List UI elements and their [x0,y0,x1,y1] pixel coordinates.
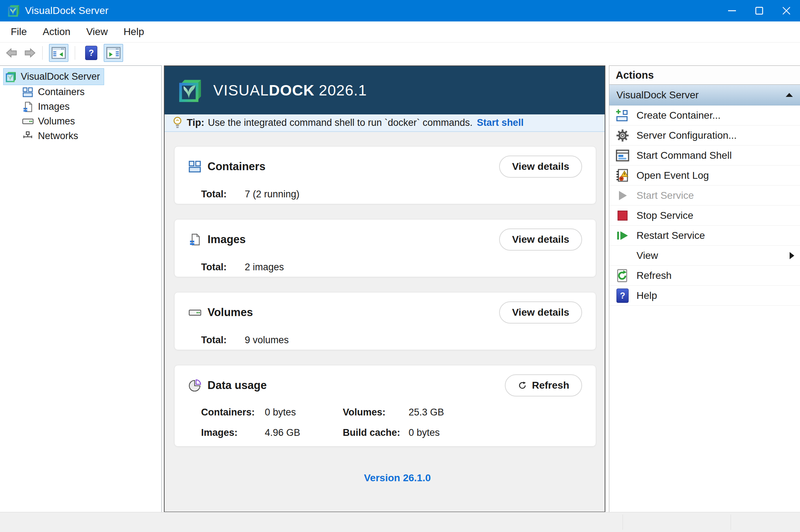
minimize-button[interactable] [718,0,746,21]
menu-view[interactable]: View [78,23,116,40]
card-title: Data usage [208,379,267,392]
action-view[interactable]: View [609,246,800,266]
volumes-total: Total:9 volumes [201,335,582,346]
stop-square-icon [614,207,631,224]
window-title: VisualDock Server [25,5,108,16]
images-icon [188,233,202,246]
results-panel: VISUALDOCK2026.1 Tip: Use the integrated… [164,65,605,512]
back-button[interactable] [4,47,19,59]
status-bar [0,512,800,532]
action-start-command-shell[interactable]: Start Command Shell [609,146,800,166]
titlebar: VisualDock Server [0,0,800,21]
du-label: Containers: [201,407,265,418]
close-button[interactable] [773,0,800,21]
blank-icon [614,247,631,264]
start-play-icon [614,187,631,204]
action-stop-service[interactable]: Stop Service [609,206,800,226]
containers-icon [188,160,202,173]
networks-icon [22,130,34,142]
containers-total: Total:7 (2 running) [201,189,582,200]
status-bar-divider [731,514,731,530]
action-restart-service[interactable]: Restart Service [609,226,800,246]
menu-help[interactable]: Help [116,23,152,40]
du-label: Build cache: [343,427,409,438]
show-action-pane-button[interactable] [104,44,123,62]
app-logo-icon [5,71,16,83]
refresh-arrows-icon [518,381,527,390]
menu-bar: File Action View Help [0,21,800,42]
du-label: Volumes: [343,407,409,418]
containers-icon [22,87,34,98]
menu-action[interactable]: Action [35,23,78,40]
volumes-icon [22,116,34,127]
submenu-arrow-icon [790,252,794,259]
toolbar: ? [0,42,800,63]
back-icon [4,47,19,59]
tree-item-containers[interactable]: Containers [22,85,161,99]
du-value: 4.96 GB [265,427,343,438]
create-container-icon [614,107,631,124]
card-title: Volumes [208,306,253,319]
app-logo-icon [177,78,203,103]
tree-item-images[interactable]: Images [22,99,161,114]
console-tree-panel: VisualDock Server Containers Images Volu… [0,65,162,512]
du-value: 25.3 GB [409,407,582,418]
data-usage-card: Data usage Refresh Containers: 0 bytes V… [174,365,596,447]
images-view-details-button[interactable]: View details [499,228,582,251]
toolbar-separator [75,46,75,60]
maximize-icon [755,7,763,15]
tree-item-networks[interactable]: Networks [22,129,161,143]
data-usage-refresh-button[interactable]: Refresh [505,374,582,396]
volumes-icon [188,306,202,319]
refresh-icon [614,267,631,284]
pie-chart-icon [188,379,202,392]
forward-button[interactable] [23,47,37,59]
action-open-event-log[interactable]: Open Event Log [609,166,800,186]
tree-item-volumes[interactable]: Volumes [22,114,161,129]
card-title: Containers [208,160,265,173]
containers-view-details-button[interactable]: View details [499,156,582,178]
volumes-view-details-button[interactable]: View details [499,301,582,324]
toolbar-help-button[interactable]: ? [82,44,101,62]
actions-group-header[interactable]: VisualDock Server [609,85,800,105]
workspace: VisualDock Server Containers Images Volu… [0,63,800,512]
version-label: Version 26.1.0 [364,472,431,484]
tip-label: Tip: [187,117,204,128]
start-shell-link[interactable]: Start shell [477,117,524,128]
lightbulb-icon [172,117,182,129]
summary-cards: Containers View details Total:7 (2 runni… [165,132,605,447]
du-label: Images: [201,427,265,438]
brand-banner: VISUALDOCK2026.1 [165,66,605,114]
actions-panel: Actions VisualDock Server Create Contain… [609,65,800,512]
help-icon: ? [616,289,629,303]
card-title: Images [208,233,246,246]
action-create-container[interactable]: Create Container... [609,105,800,125]
action-help[interactable]: ? Help [609,286,800,306]
app-logo-icon [7,4,20,17]
action-server-configuration[interactable]: Server Configuration... [609,125,800,146]
console-tree-toggle-icon [52,47,66,59]
images-card: Images View details Total:2 images [174,219,596,277]
action-start-service[interactable]: Start Service [609,186,800,206]
du-value: 0 bytes [265,407,343,418]
event-log-icon [614,167,631,184]
actions-pane-title: Actions [609,66,800,85]
du-value: 0 bytes [409,427,582,438]
action-pane-toggle-icon [106,47,121,59]
maximize-button[interactable] [746,0,773,21]
action-refresh[interactable]: Refresh [609,266,800,286]
gear-icon [614,127,631,144]
toolbar-separator [42,46,43,60]
close-icon [782,6,791,15]
images-icon [22,101,34,113]
restart-icon [614,227,631,244]
show-console-tree-button[interactable] [49,44,68,62]
forward-icon [23,47,37,59]
data-usage-grid: Containers: 0 bytes Volumes: 25.3 GB Ima… [201,407,582,438]
tree-item-visualdock-server[interactable]: VisualDock Server [4,69,104,85]
volumes-card: Volumes View details Total:9 volumes [174,292,596,350]
status-bar-divider [623,514,623,530]
command-shell-icon [614,147,631,164]
menu-file[interactable]: File [3,23,35,40]
images-total: Total:2 images [201,262,582,273]
